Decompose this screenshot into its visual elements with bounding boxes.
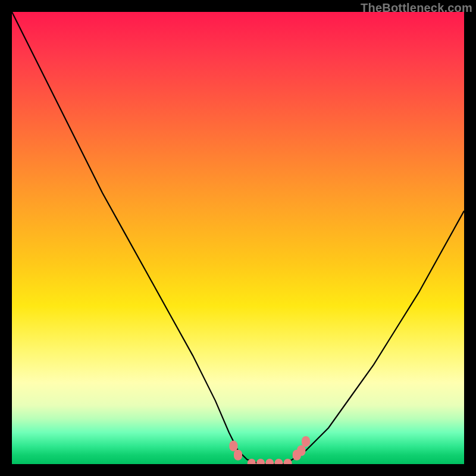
bottleneck-curve [12,12,464,464]
valley-marker [229,441,237,452]
chart-frame: TheBottleneck.com [0,0,476,476]
valley-markers [229,436,310,464]
watermark-text: TheBottleneck.com [361,1,472,15]
valley-marker [234,450,242,461]
valley-marker [265,459,274,464]
curve-layer [12,12,464,464]
plot-area [12,12,464,464]
valley-marker [297,445,305,456]
valley-marker [256,459,265,464]
valley-marker [274,459,283,464]
valley-marker [302,436,310,447]
valley-marker [284,459,292,464]
